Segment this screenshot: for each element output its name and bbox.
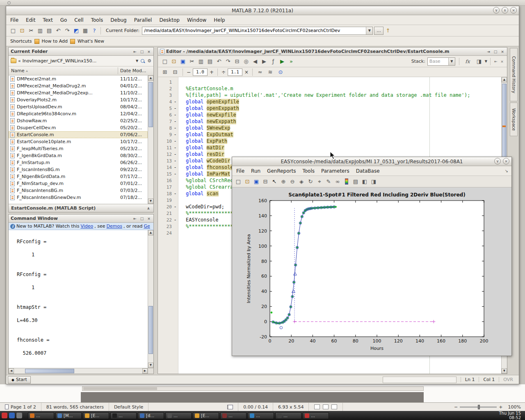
tray-app-icon[interactable]	[9, 413, 15, 418]
chevron-down-icon[interactable]: ▼	[448, 58, 455, 65]
taskbar-window-button[interactable]: …	[110, 412, 137, 419]
taskbar-clock[interactable]: Thu Jun 15 08:52	[499, 411, 524, 420]
paragraph-style[interactable]: Default Style	[109, 403, 148, 411]
menu-desktop[interactable]: Desktop	[159, 17, 180, 23]
cut-icon[interactable]: ✂	[27, 27, 35, 35]
dock-icon[interactable]: ⇤	[493, 59, 498, 64]
close-icon[interactable]: ×	[146, 50, 151, 54]
redo-icon[interactable]: ↷	[63, 27, 71, 35]
chevron-down-icon[interactable]: ▼	[485, 59, 487, 63]
code-line[interactable]: 10-global ExpPath	[158, 138, 500, 144]
run-icon[interactable]: ▶	[278, 57, 286, 66]
menu-tools[interactable]: Tools	[91, 17, 103, 23]
scroll-right-icon[interactable]: ▶	[142, 368, 148, 374]
scroll-left-icon[interactable]: ◀	[9, 368, 14, 374]
file-details-bar[interactable]: EstartConsole.m (MATLAB Script) ∧	[9, 204, 153, 212]
scrollbar-thumb[interactable]	[83, 387, 157, 390]
pan-icon[interactable]: ◈	[297, 178, 306, 186]
fig-menu-file[interactable]: File	[236, 168, 244, 174]
command-window-content[interactable]: RFconfig = 1 RFconfig = 1 htmapStr = L=4…	[9, 230, 148, 368]
file-row[interactable]: F_NIgenBkGrdData.m07/17/2...	[9, 173, 148, 180]
menu-edit[interactable]: Edit	[26, 17, 35, 23]
undock-icon[interactable]: □	[139, 50, 144, 54]
open-file-icon[interactable]: ⊡	[170, 57, 178, 66]
writer-scrollbar[interactable]	[82, 386, 424, 391]
code-line[interactable]: 3 %[file,path] = uiputfile('.mat','Creat…	[158, 92, 500, 98]
file-row[interactable]: F_NIscanIntensBGnewDev.m07/18/2...	[9, 194, 148, 201]
copy-icon[interactable]: ▥	[197, 57, 205, 66]
shortcut-icon[interactable]	[34, 39, 39, 44]
value-step-field[interactable]: 1.0	[193, 68, 208, 76]
run-advance-icon[interactable]: »	[287, 57, 295, 66]
insert-colorbar-icon[interactable]	[345, 178, 348, 185]
command-window-vscrollbar[interactable]: ▲ ▼	[148, 230, 153, 368]
zoom-in-icon[interactable]: +	[499, 404, 502, 410]
function-browser-icon[interactable]: fx	[463, 57, 472, 66]
taskbar-window-button[interactable]: [E…	[83, 412, 109, 419]
stack-value[interactable]	[428, 58, 448, 65]
zoom-out-icon[interactable]: ⊖	[288, 178, 297, 186]
open-file-icon[interactable]: ⊡	[243, 178, 251, 186]
zoom-slider[interactable]	[460, 406, 497, 408]
code-line[interactable]: 1	[158, 79, 500, 85]
cut-icon[interactable]: ✂	[188, 57, 196, 66]
file-row[interactable]: DoverlayPlots2.m10/17/2...	[9, 96, 148, 103]
tab-workspace[interactable]: Workspace	[510, 103, 518, 136]
close-icon[interactable]: ×	[503, 158, 509, 164]
code-line[interactable]: 8-global SWnewExp	[158, 125, 500, 131]
scroll-up-icon[interactable]: ▲	[502, 77, 507, 82]
taskbar-window-button[interactable]: [M…	[55, 412, 82, 419]
code-line[interactable]: 6-global newExpfile	[158, 112, 500, 118]
search-icon[interactable]	[140, 58, 146, 64]
file-row[interactable]: DsuperCellDev.m05/20/2...	[9, 124, 148, 131]
shortcut-whats-new[interactable]: What's New	[78, 39, 104, 44]
code-line[interactable]: 4-global openExpfile	[158, 98, 500, 105]
pointer-icon[interactable]: ↖	[270, 178, 278, 186]
close-icon[interactable]: ×	[510, 7, 517, 14]
zoom-out-icon[interactable]: −	[454, 404, 458, 410]
easyconsole-titlebar[interactable]: EASYconsole-/media/data/ExpJobs/MI 17_05…	[232, 157, 511, 166]
print-icon[interactable]: ⊟	[233, 57, 241, 66]
insert-legend-icon[interactable]: ▤	[352, 178, 360, 186]
code-line[interactable]: 5-global openExppath	[158, 105, 500, 112]
brush-icon[interactable]: ✎	[324, 178, 333, 186]
word-count[interactable]: 81 words, 565 characters	[41, 403, 109, 411]
chevron-down-icon[interactable]: ▼	[136, 59, 138, 63]
paste-icon[interactable]: ▤	[45, 27, 53, 35]
eval-cell-advance-icon[interactable]: ≋	[266, 68, 274, 76]
close-icon[interactable]: ×	[500, 59, 504, 64]
file-list-column-headers[interactable]: Name ▵ Date Mod...	[9, 66, 153, 75]
undo-icon[interactable]: ↶	[215, 57, 223, 66]
value-multiplier-field[interactable]: 1.1	[228, 68, 242, 76]
divide-value-button[interactable]: ÷	[221, 69, 226, 75]
file-row[interactable]: F_ImStartup.m06/26/2...	[9, 159, 148, 166]
up-folder-icon[interactable]: ↑	[384, 27, 392, 35]
rotate-3d-icon[interactable]: ↻	[306, 178, 315, 186]
zoom-slider-knob[interactable]	[478, 405, 480, 409]
single-page-view-icon[interactable]	[314, 404, 320, 409]
save-icon[interactable]: ▣	[179, 57, 187, 66]
show-plot-tools-icon[interactable]: ◧	[361, 178, 369, 186]
new-figure-icon[interactable]: □	[234, 178, 242, 186]
scroll-down-icon[interactable]: ▼	[502, 368, 507, 374]
undo-icon[interactable]: ↶	[54, 27, 62, 35]
save-figure-icon[interactable]: ▣	[252, 178, 260, 186]
taskbar-window-button[interactable]: …	[220, 412, 247, 419]
menu-parallel[interactable]: Parallel	[134, 17, 152, 23]
scrollbar-thumb[interactable]	[148, 306, 153, 354]
taskbar-window-button[interactable]: …	[275, 412, 301, 419]
file-row[interactable]: DReplicate96to384conv.m12/04/2...	[9, 110, 148, 117]
undock-icon[interactable]: □	[139, 217, 144, 221]
link-plot-icon[interactable]: ∞	[333, 178, 342, 186]
menu-cell[interactable]: Cell	[74, 17, 83, 23]
menu-text[interactable]: Text	[43, 17, 52, 23]
shortcut-how-to-add[interactable]: How to Add	[42, 39, 68, 44]
matlab-titlebar[interactable]: MATLAB 7.12.0 (R2011a) ∨ ∧ ×	[6, 6, 519, 15]
print-figure-icon[interactable]: ⊟	[261, 178, 269, 186]
help-icon[interactable]: ?	[90, 27, 98, 35]
fig-menu-run[interactable]: Run	[251, 168, 260, 174]
current-folder-path-input[interactable]	[142, 27, 366, 34]
fig-menu-database[interactable]: DataBase	[356, 168, 380, 174]
file-row[interactable]: EstartConsole.m07/06/2...	[9, 131, 148, 138]
new-script-icon[interactable]: □	[9, 27, 17, 35]
